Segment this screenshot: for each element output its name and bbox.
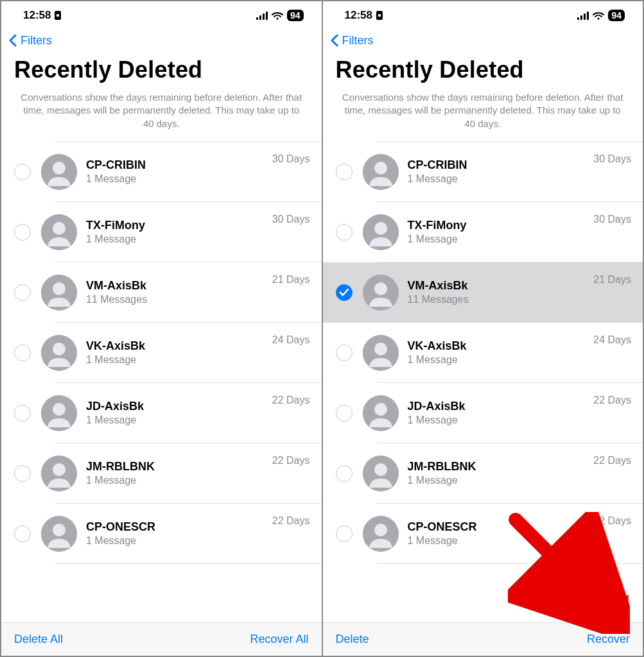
days-remaining: 24 Days [272,332,310,346]
recover-button[interactable]: Recover All [250,633,308,646]
days-remaining: 22 Days [593,513,631,527]
nav-bar: Filters [1,30,322,50]
conversation-row[interactable]: VK-AxisBk 1 Message 24 Days [323,323,643,383]
conversation-name: JM-RBLBNK [86,460,272,474]
select-checkbox[interactable] [336,164,352,180]
page-subtitle: Conversations show the days remaining be… [1,90,322,142]
conversation-subtitle: 11 Messages [86,294,272,305]
signal-icon [256,12,268,20]
chevron-left-icon [328,33,341,47]
page-subtitle: Conversations show the days remaining be… [323,90,643,142]
avatar [41,154,77,190]
conversation-row[interactable]: VK-AxisBk 1 Message 24 Days [1,323,322,383]
days-remaining: 22 Days [272,392,310,406]
conversation-subtitle: 1 Message [86,173,272,185]
conversation-subtitle: 11 Messages [408,294,594,305]
conversation-row[interactable]: CP-ONESCR 1 Message 22 Days [1,504,322,564]
conversation-name: CP-CRIBIN [408,158,594,172]
avatar [363,516,399,552]
back-button[interactable]: Filters [6,33,52,47]
avatar [363,335,399,371]
page-title: Recently Deleted [323,50,643,90]
avatar [41,456,77,491]
back-button[interactable]: Filters [328,33,374,47]
conversation-name: CP-CRIBIN [86,158,272,172]
phone-screen: 12:58 94 Filters Recently Deleted Conver… [323,1,643,656]
days-remaining: 22 Days [272,513,310,527]
conversation-row[interactable]: JD-AxisBk 1 Message 22 Days [323,383,643,443]
select-checkbox[interactable] [14,525,31,542]
conversation-name: JM-RBLBNK [408,460,594,474]
conversation-row[interactable]: JD-AxisBk 1 Message 22 Days [1,383,322,443]
avatar [363,214,399,250]
avatar [41,516,77,552]
avatar [41,395,77,431]
conversation-list[interactable]: CP-CRIBIN 1 Message 30 Days TX-FiMony 1 … [1,142,322,622]
conversation-row[interactable]: CP-ONESCR 1 Message 22 Days [323,504,643,564]
bottom-toolbar: Delete Recover [323,622,643,656]
days-remaining: 22 Days [272,452,310,466]
conversation-subtitle: 1 Message [408,354,594,366]
select-checkbox[interactable] [14,345,31,361]
conversation-name: TX-FiMony [86,219,272,232]
signal-icon [577,12,589,20]
select-checkbox[interactable] [336,525,352,542]
conversation-row[interactable]: CP-CRIBIN 1 Message 30 Days [1,142,322,202]
status-time: 12:58 [23,9,51,22]
days-remaining: 30 Days [593,151,631,165]
status-time: 12:58 [345,9,372,22]
status-bar: 12:58 94 [323,1,643,30]
conversation-name: TX-FiMony [408,219,594,232]
days-remaining: 24 Days [593,332,631,346]
wifi-icon [593,12,604,20]
back-label: Filters [342,34,374,47]
days-remaining: 30 Days [272,151,310,165]
select-checkbox[interactable] [336,224,352,241]
select-checkbox[interactable] [336,465,352,482]
conversation-row[interactable]: JM-RBLBNK 1 Message 22 Days [323,443,643,504]
battery-badge: 94 [608,10,625,21]
select-checkbox[interactable] [14,465,31,482]
conversation-row[interactable]: JM-RBLBNK 1 Message 22 Days [1,443,322,504]
avatar [41,275,77,311]
conversation-row[interactable]: VM-AxisBk 11 Messages 21 Days [1,262,322,323]
conversation-row[interactable]: CP-CRIBIN 1 Message 30 Days [323,142,643,202]
conversation-name: JD-AxisBk [408,400,594,413]
conversation-subtitle: 1 Message [408,535,594,547]
recover-button[interactable]: Recover [587,633,630,646]
conversation-row[interactable]: TX-FiMony 1 Message 30 Days [323,202,643,262]
avatar [41,214,77,250]
conversation-name: VM-AxisBk [408,279,594,293]
select-checkbox[interactable] [14,284,31,301]
conversation-name: CP-ONESCR [86,520,272,534]
select-checkbox[interactable] [336,405,352,422]
conversation-subtitle: 1 Message [86,535,272,547]
conversation-list[interactable]: CP-CRIBIN 1 Message 30 Days TX-FiMony 1 … [323,142,643,622]
conversation-subtitle: 1 Message [86,234,272,245]
conversation-name: VK-AxisBk [408,339,594,353]
days-remaining: 22 Days [593,452,631,466]
avatar [41,335,77,371]
conversation-name: VK-AxisBk [86,339,272,353]
delete-button[interactable]: Delete All [14,633,63,646]
select-checkbox[interactable] [336,284,352,301]
conversation-subtitle: 1 Message [408,234,594,245]
sim-icon [376,11,383,20]
status-bar: 12:58 94 [1,1,322,30]
back-label: Filters [21,34,52,47]
conversation-subtitle: 1 Message [408,475,594,486]
conversation-row[interactable]: VM-AxisBk 11 Messages 21 Days [323,262,643,323]
avatar [363,154,399,190]
delete-button[interactable]: Delete [336,633,369,646]
sim-icon [55,11,61,20]
select-checkbox[interactable] [14,224,31,241]
select-checkbox[interactable] [336,345,352,361]
conversation-name: JD-AxisBk [86,400,272,413]
page-title: Recently Deleted [1,50,322,90]
wifi-icon [272,12,283,20]
days-remaining: 30 Days [593,211,631,225]
select-checkbox[interactable] [14,164,31,180]
conversation-name: VM-AxisBk [86,279,272,293]
conversation-row[interactable]: TX-FiMony 1 Message 30 Days [1,202,322,262]
select-checkbox[interactable] [14,405,31,422]
